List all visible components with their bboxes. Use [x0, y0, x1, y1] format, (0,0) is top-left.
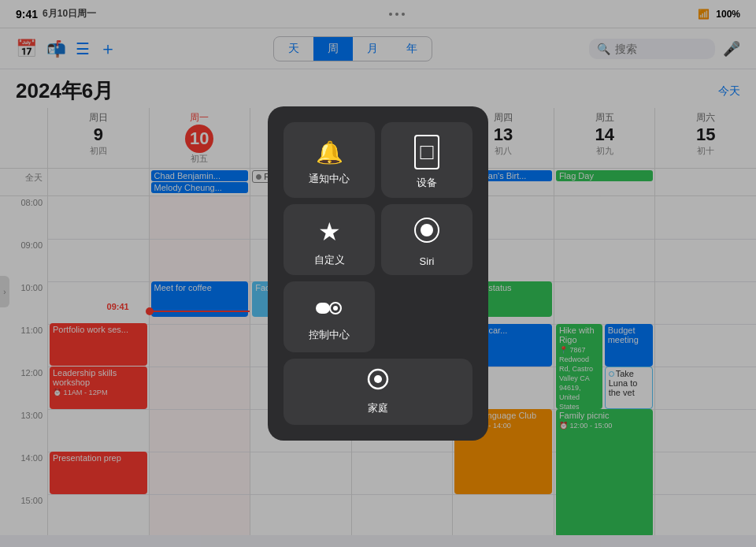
bell-icon: 🔔	[316, 140, 343, 166]
popup-siri[interactable]: Siri	[381, 204, 472, 275]
popup-control-center[interactable]: 控制中心	[284, 281, 375, 352]
popup-empty	[381, 281, 472, 352]
popup-control-label: 控制中心	[309, 328, 350, 342]
home-dot-icon	[367, 368, 389, 395]
popup-customize-label: 自定义	[314, 253, 345, 267]
svg-point-1	[421, 224, 433, 236]
popup-device-label: 设备	[417, 176, 437, 190]
popup-notification-label: 通知中心	[309, 172, 350, 186]
svg-point-4	[333, 306, 338, 311]
popup-home[interactable]: 家庭	[284, 359, 472, 425]
popup-home-label: 家庭	[368, 401, 388, 415]
svg-rect-2	[316, 303, 330, 314]
popup-overlay[interactable]: 🔔 通知中心 □ 设备 ★ 自定义 Siri	[0, 0, 756, 547]
siri-icon	[413, 217, 440, 249]
popup-device[interactable]: □ 设备	[381, 122, 472, 198]
popup-menu: 🔔 通知中心 □ 设备 ★ 自定义 Siri	[268, 106, 488, 441]
popup-notification-center[interactable]: 🔔 通知中心	[284, 122, 375, 198]
popup-customize[interactable]: ★ 自定义	[284, 204, 375, 275]
star-icon: ★	[318, 217, 341, 247]
svg-point-6	[374, 375, 382, 383]
popup-siri-label: Siri	[420, 255, 435, 267]
device-icon: □	[414, 135, 440, 169]
control-center-icon	[316, 296, 343, 322]
